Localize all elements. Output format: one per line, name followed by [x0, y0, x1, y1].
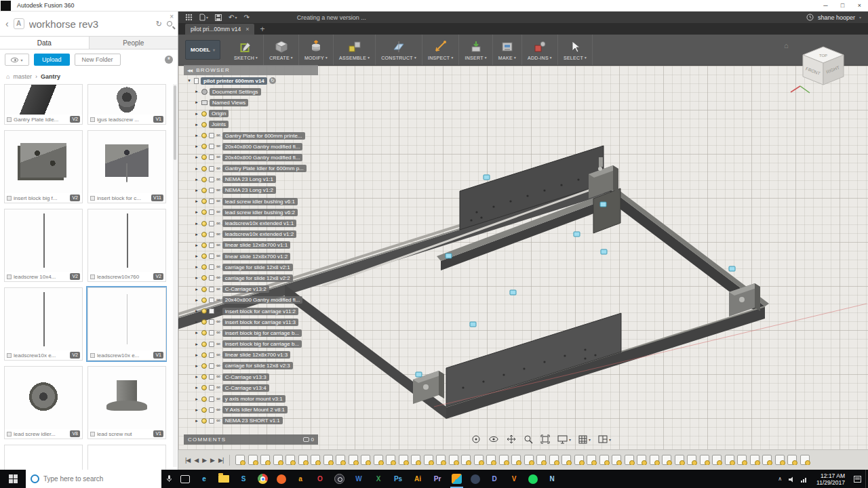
timeline-feature-icon[interactable]: [311, 455, 320, 465]
workspace-selector[interactable]: MODEL▾: [185, 40, 220, 60]
timeline-feature-icon[interactable]: [248, 455, 258, 465]
version-badge[interactable]: V1: [153, 116, 163, 123]
visibility-bulb-icon[interactable]: [201, 188, 207, 193]
version-badge[interactable]: V2: [70, 116, 80, 123]
browser-component-row[interactable]: ▸∞Gantry Plate Idler for 600mm p...: [184, 163, 318, 174]
expand-arrow-icon[interactable]: ▸: [194, 243, 199, 248]
fusion-360-icon[interactable]: [452, 474, 462, 484]
browser-row-label[interactable]: Joints: [209, 121, 229, 128]
photoshop-icon[interactable]: Ps: [393, 474, 403, 485]
zoom-icon[interactable]: [524, 434, 533, 444]
body-checkbox-icon[interactable]: [209, 363, 214, 369]
visibility-bulb-icon[interactable]: [201, 287, 207, 292]
timeline-feature-icon[interactable]: [486, 455, 496, 465]
timeline-feature-icon[interactable]: [536, 455, 546, 465]
component-label[interactable]: carriage for slide 12x8 v2:2: [222, 274, 293, 282]
ribbon-group-create[interactable]: CREATE: [264, 35, 299, 65]
browser-root-row[interactable]: ▾pilot printer 600mm v14↻: [184, 75, 318, 86]
new-tab-icon[interactable]: +: [260, 24, 264, 35]
tab-data[interactable]: Data: [0, 37, 90, 49]
timeline-feature-icon[interactable]: [298, 455, 308, 465]
timeline-feature-icon[interactable]: [474, 455, 484, 465]
expand-arrow-icon[interactable]: ▸: [194, 199, 199, 204]
component-label[interactable]: C-Carriage v13:4: [222, 384, 269, 392]
back-icon[interactable]: ‹: [5, 18, 9, 29]
item-thumbnail[interactable]: [88, 445, 165, 470]
timeline-feature-icon[interactable]: [625, 455, 634, 465]
chrome-browser-icon[interactable]: [258, 474, 268, 484]
ribbon-group-inspect[interactable]: INSPECT: [422, 35, 460, 65]
component-label[interactable]: insert block for carriage v11:3: [222, 319, 298, 326]
word-icon[interactable]: W: [353, 474, 364, 485]
body-checkbox-icon[interactable]: [209, 253, 214, 259]
timeline-feature-icon[interactable]: [424, 455, 433, 465]
search-icon[interactable]: [167, 21, 172, 26]
speaker-icon[interactable]: [788, 473, 795, 485]
edge-browser-icon[interactable]: e: [199, 474, 210, 485]
undo-icon[interactable]: ↶▾: [229, 12, 237, 23]
component-label[interactable]: C-Carriage v13:2: [222, 285, 269, 293]
component-label[interactable]: 20x40x800 Gantry modified fi...: [222, 154, 303, 161]
visibility-bulb-icon[interactable]: [201, 253, 207, 259]
browser-component-row[interactable]: ▸∞insert block big for carriage b...: [184, 339, 318, 350]
browser-component-row[interactable]: ▸∞20x40x800 Gantry modified fi...: [184, 152, 318, 163]
visibility-bulb-icon[interactable]: [201, 308, 207, 314]
expand-arrow-icon[interactable]: ▸: [194, 330, 199, 336]
item-thumbnail[interactable]: [88, 209, 165, 272]
browser-row[interactable]: ▸Origin: [184, 108, 318, 119]
timeline-feature-icon[interactable]: [750, 455, 760, 465]
timeline-feature-icon[interactable]: [411, 455, 420, 465]
item-thumbnail[interactable]: [5, 445, 82, 470]
component-label[interactable]: 20x40x800 Gantry modified fi...: [222, 143, 303, 150]
body-checkbox-icon[interactable]: [209, 275, 214, 281]
job-status-clock-icon[interactable]: [806, 14, 814, 21]
item-thumbnail[interactable]: [5, 209, 82, 272]
visibility-bulb-icon[interactable]: [201, 209, 207, 215]
data-panel-item[interactable]: insert block for c...V11: [87, 130, 166, 203]
body-checkbox-icon[interactable]: [209, 199, 214, 204]
firefox-browser-icon[interactable]: [277, 474, 286, 484]
expand-arrow-icon[interactable]: ▸: [194, 275, 199, 281]
panel-close-icon[interactable]: ×: [170, 13, 174, 20]
ribbon-group-make[interactable]: MAKE: [493, 35, 522, 65]
timeline-feature-strip[interactable]: [235, 455, 861, 465]
browser-component-row[interactable]: ▸∞linear slide 12x8x700 v1:1: [184, 240, 318, 251]
browser-component-row[interactable]: ▸∞NEMA 23 Long v1:1: [184, 174, 318, 185]
save-icon[interactable]: [215, 14, 222, 21]
version-badge[interactable]: V1: [153, 352, 163, 359]
browser-component-row[interactable]: ▸∞leadscrew10x extended v1:2: [184, 229, 318, 240]
ribbon-group-sketch[interactable]: SKETCH: [229, 35, 264, 65]
expand-arrow-icon[interactable]: ▸: [194, 144, 199, 149]
timeline-feature-icon[interactable]: [273, 455, 283, 465]
data-panel-item[interactable]: leadscrew10x e...V2: [4, 287, 83, 361]
body-checkbox-icon[interactable]: [209, 177, 214, 182]
data-panel-item[interactable]: insert block big f...V2: [4, 130, 83, 203]
data-panel-item[interactable]: leadscrew 10x4...V2: [4, 209, 83, 282]
document-tab[interactable]: pilot pri...00mm v14 ×: [185, 24, 254, 35]
component-label[interactable]: Y Axis Idler Mount 2 v8:1: [222, 406, 288, 413]
browser-component-row[interactable]: ▸∞carriage for slide 12x8 v2:3: [184, 361, 318, 371]
expand-arrow-icon[interactable]: ▸: [194, 264, 199, 270]
body-checkbox-icon[interactable]: [209, 133, 214, 138]
browser-row[interactable]: ▸Named Views: [184, 97, 318, 108]
component-label[interactable]: Gantry Plate for 600mm printe...: [222, 132, 305, 140]
browser-component-row[interactable]: ▸∞20x40x800 Gantry modified fi...: [184, 141, 318, 152]
collapse-panel-icon[interactable]: ◀◀: [187, 68, 192, 73]
expand-arrow-icon[interactable]: ▸: [194, 177, 199, 182]
browser-header[interactable]: ◀◀ BROWSER: [184, 65, 318, 75]
ribbon-group-select[interactable]: SELECT: [558, 35, 593, 65]
component-label[interactable]: leadscrew10x extended v1:2: [222, 230, 296, 238]
expand-arrow-icon[interactable]: ▸: [194, 100, 199, 105]
timeline-feature-icon[interactable]: [235, 455, 245, 465]
timeline-step-forward-button[interactable]: ▶: [210, 457, 214, 464]
body-checkbox-icon[interactable]: [209, 155, 214, 160]
refresh-icon[interactable]: ↻: [156, 20, 162, 28]
home-view-icon[interactable]: ⌂: [784, 41, 789, 49]
browser-component-row[interactable]: ▸∞C-Carriage v13:2: [184, 284, 318, 295]
expand-arrow-icon[interactable]: ▸: [194, 407, 199, 413]
expand-arrow-icon[interactable]: ▸: [194, 122, 199, 127]
redo-icon[interactable]: ↷: [243, 12, 249, 23]
visibility-bulb-icon[interactable]: [201, 363, 207, 369]
browser-component-row[interactable]: ▸∞linear slide 12x8x700 v1:2: [184, 251, 318, 262]
premiere-icon[interactable]: Pr: [432, 474, 443, 485]
